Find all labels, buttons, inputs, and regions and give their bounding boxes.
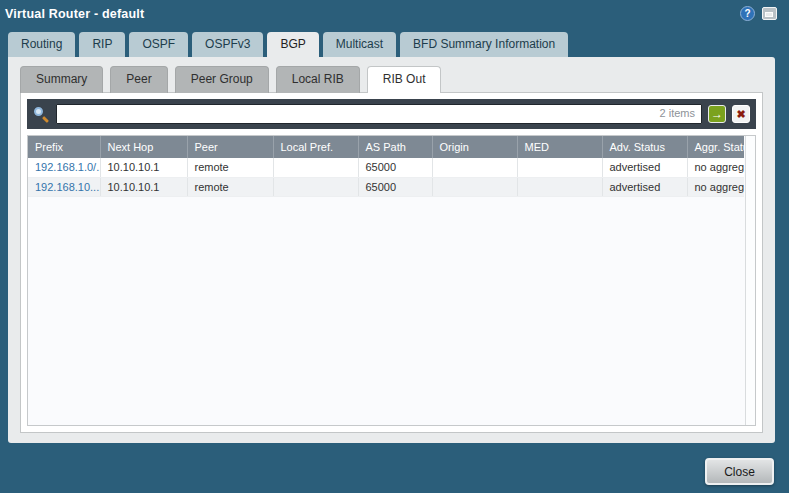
- cell-peer: remote: [187, 158, 273, 177]
- subtab-rib-out[interactable]: RIB Out: [367, 66, 442, 93]
- column-header-local-pref[interactable]: Local Pref.: [273, 136, 358, 158]
- dialog-title: Virtual Router - default: [5, 7, 144, 21]
- tab-bgp[interactable]: BGP: [267, 32, 318, 57]
- cell-local-pref: [273, 177, 358, 196]
- subtab-peer[interactable]: Peer: [110, 66, 167, 93]
- tab-bfd-summary-information[interactable]: BFD Summary Information: [400, 32, 568, 57]
- column-header-adv-status[interactable]: Adv. Status: [602, 136, 687, 158]
- search-input[interactable]: [56, 104, 702, 124]
- search-icon: [33, 106, 50, 123]
- cell-next-hop: 10.10.10.1: [100, 158, 187, 177]
- cell-next-hop: 10.10.10.1: [100, 177, 187, 196]
- x-icon: ✖: [736, 109, 745, 120]
- cell-as-path: 65000: [358, 158, 432, 177]
- help-icon[interactable]: ?: [740, 6, 755, 21]
- tab-multicast[interactable]: Multicast: [323, 32, 396, 57]
- cell-origin: [432, 158, 517, 177]
- titlebar-icons: ?: [740, 6, 777, 21]
- cell-peer: remote: [187, 177, 273, 196]
- filter-toolbar: 2 items → ✖: [27, 99, 756, 129]
- window-resize-icon-inner: [765, 12, 773, 17]
- scrollbar-track[interactable]: [745, 136, 755, 425]
- search-field-wrap: 2 items: [56, 104, 702, 124]
- rib-out-table-wrap: PrefixNext HopPeerLocal Pref.AS PathOrig…: [27, 135, 756, 426]
- column-header-as-path[interactable]: AS Path: [358, 136, 432, 158]
- clear-filter-button[interactable]: ✖: [732, 105, 750, 123]
- table-row[interactable]: 192.168.10....10.10.10.1remote65000adver…: [28, 177, 744, 196]
- cell-origin: [432, 177, 517, 196]
- column-header-med[interactable]: MED: [517, 136, 602, 158]
- cell-local-pref: [273, 158, 358, 177]
- tab-ospfv3[interactable]: OSPFv3: [192, 32, 263, 57]
- column-header-origin[interactable]: Origin: [432, 136, 517, 158]
- cell-prefix[interactable]: 192.168.10....: [28, 177, 100, 196]
- cell-adv-status: advertised: [602, 158, 687, 177]
- tab-rip[interactable]: RIP: [79, 32, 125, 57]
- virtual-router-dialog: Virtual Router - default ? RoutingRIPOSP…: [0, 0, 789, 493]
- subtab-local-rib[interactable]: Local RIB: [276, 66, 360, 93]
- column-header-next-hop[interactable]: Next Hop: [100, 136, 187, 158]
- rib-out-card: 2 items → ✖ PrefixNext HopPeerLocal Pref: [20, 92, 763, 433]
- cell-med: [517, 177, 602, 196]
- secondary-tabs: SummaryPeerPeer GroupLocal RIBRIB Out: [20, 66, 763, 93]
- window-resize-icon[interactable]: [762, 7, 777, 20]
- tab-ospf[interactable]: OSPF: [129, 32, 188, 57]
- arrow-right-icon: →: [711, 108, 723, 120]
- cell-adv-status: advertised: [602, 177, 687, 196]
- apply-filter-button[interactable]: →: [708, 105, 726, 123]
- table-row[interactable]: 192.168.1.0/...10.10.10.1remote65000adve…: [28, 158, 744, 177]
- dialog-footer: Close: [0, 443, 789, 493]
- cell-med: [517, 158, 602, 177]
- rib-out-table: PrefixNext HopPeerLocal Pref.AS PathOrig…: [28, 136, 744, 197]
- close-button[interactable]: Close: [705, 458, 774, 485]
- dialog-titlebar: Virtual Router - default ?: [0, 0, 789, 27]
- cell-aggr-status: no aggregate: [687, 177, 744, 196]
- column-header-peer[interactable]: Peer: [187, 136, 273, 158]
- column-header-prefix[interactable]: Prefix: [28, 136, 100, 158]
- table-header-row: PrefixNext HopPeerLocal Pref.AS PathOrig…: [28, 136, 744, 158]
- cell-prefix[interactable]: 192.168.1.0/...: [28, 158, 100, 177]
- column-header-aggr-status[interactable]: Aggr. Status: [687, 136, 744, 158]
- subtab-summary[interactable]: Summary: [20, 66, 103, 93]
- cell-as-path: 65000: [358, 177, 432, 196]
- tab-routing[interactable]: Routing: [8, 32, 75, 57]
- subtab-peer-group[interactable]: Peer Group: [175, 66, 269, 93]
- cell-aggr-status: no aggregate: [687, 158, 744, 177]
- bgp-panel: SummaryPeerPeer GroupLocal RIBRIB Out 2 …: [8, 57, 775, 443]
- primary-tabs: RoutingRIPOSPFOSPFv3BGPMulticastBFD Summ…: [8, 32, 789, 57]
